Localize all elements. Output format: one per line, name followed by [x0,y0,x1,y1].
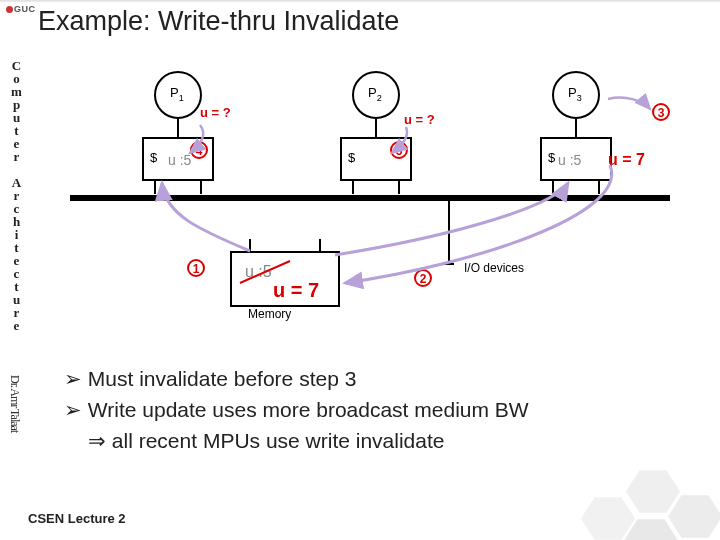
p2-u-query: u = ? [404,112,435,127]
bullet-2: ➢ Write update uses more broadcast mediu… [64,397,684,424]
slide-title: Example: Write-thru Invalidate [38,6,399,37]
bus-line [70,195,670,201]
therefore-icon: ⇒ [88,429,106,452]
cache-p1-label: $ [150,150,157,165]
cache-p1-val: u :5 [168,152,191,168]
cache-p3-val: u :5 [558,152,581,168]
bullet-1-text: Must invalidate before step 3 [88,367,357,390]
bullet-list: ➢ Must invalidate before step 3 ➢ Write … [64,366,684,459]
mem-leg-l [249,239,251,252]
step-4: 4 [190,141,208,159]
cache-p3-label: $ [548,150,555,165]
corner-decoration [590,450,720,540]
bullet-glyph-icon: ➢ [64,398,82,421]
step-3: 3 [652,103,670,121]
logo-dot [6,6,13,13]
step-5: 5 [390,141,408,159]
brand-text: GUC [14,4,36,14]
p1-u-query: u = ? [200,105,231,120]
p1-cache-link [177,119,179,137]
diagram-area: P1 P2 P3 $ $ $ u = ? u = ? u :5 u :5 u =… [50,55,690,325]
io-stem [448,201,450,265]
memory-old-val: u :5 [245,263,272,281]
cache-p2-label: $ [348,150,355,165]
p3-cache-link [575,119,577,137]
io-tick [444,263,454,265]
p1-label: P1 [170,85,184,103]
bullet-2a-text: Write update uses more broadcast medium … [88,398,529,421]
brand-logo: GUC [6,4,36,14]
author-label: Dr. Amr Talaat [6,375,22,432]
step-2: 2 [414,269,432,287]
bullet-1: ➢ Must invalidate before step 3 [64,366,684,393]
p3-write-label: u = 7 [608,151,645,169]
footer-text: CSEN Lecture 2 [28,511,126,526]
p2-cache-link [375,119,377,137]
memory-label: Memory [248,307,291,321]
top-bar [0,0,720,2]
memory-new-val: u = 7 [273,279,319,302]
bullet-glyph-icon: ➢ [64,367,82,390]
io-label: I/O devices [464,261,524,275]
p2-label: P2 [368,85,382,103]
p3-label: P3 [568,85,582,103]
step-1: 1 [187,259,205,277]
mem-leg-r [319,239,321,252]
side-course-label: Computer Architecture [4,58,24,331]
bullet-2b-text: all recent MPUs use write invalidate [112,429,445,452]
